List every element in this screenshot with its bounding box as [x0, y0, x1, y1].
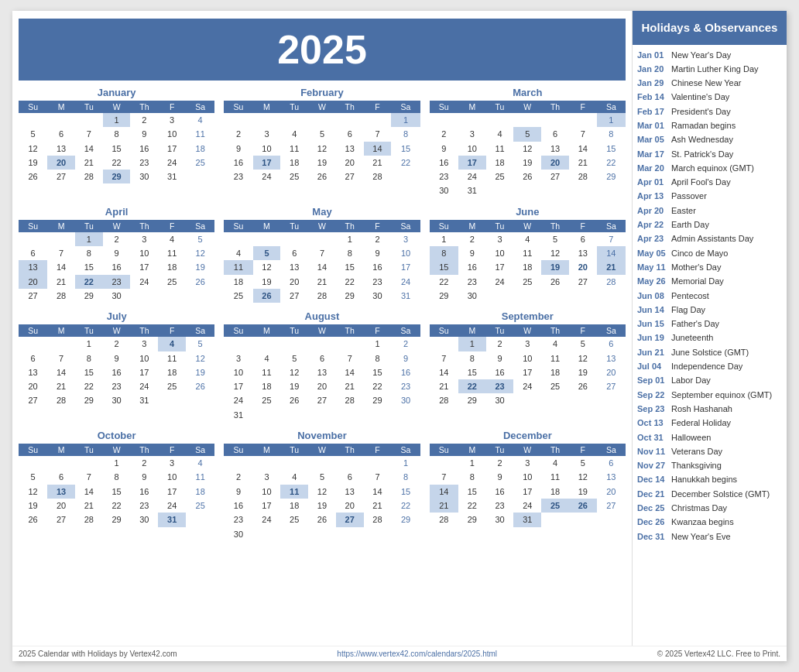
- calendar-day: 5: [19, 127, 47, 141]
- day-header: M: [253, 101, 281, 113]
- holiday-date: Apr 01: [637, 177, 668, 187]
- holiday-date: Jun 15: [637, 318, 668, 329]
- day-header: M: [458, 324, 486, 337]
- calendar-day: 11: [253, 365, 281, 379]
- calendar-day: 3: [391, 232, 420, 246]
- calendar-day: 8: [336, 246, 364, 260]
- footer-center[interactable]: https://www.vertex42.com/calendars/2025.…: [337, 650, 497, 658]
- holiday-name: Kwanzaa begins: [671, 516, 734, 527]
- calendar-day: 6: [569, 232, 597, 246]
- calendar-day: 15: [75, 365, 103, 379]
- calendar-day: 2: [130, 456, 158, 470]
- day-header: Su: [19, 101, 47, 113]
- holiday-item: Dec 21December Solstice (GMT): [637, 487, 782, 501]
- month-calendar: AprilSuMTuWThFSa123456789101112131415161…: [19, 206, 214, 303]
- holiday-date: Jun 14: [637, 304, 668, 315]
- calendar-day: 11: [186, 127, 214, 141]
- calendar-day: 28: [430, 393, 458, 407]
- holiday-date: Jan 20: [637, 63, 668, 74]
- calendar-day: 23: [103, 275, 131, 289]
- calendar-day: 27: [541, 170, 569, 183]
- calendar-day: [597, 289, 626, 303]
- calendar-day: 18: [158, 260, 186, 274]
- calendar-day: 18: [280, 156, 308, 170]
- day-header: Su: [430, 324, 458, 337]
- calendar-day: 29: [103, 170, 131, 183]
- calendar-day: [280, 456, 308, 470]
- calendar-day: [186, 393, 214, 407]
- calendar-day: 2: [430, 127, 458, 141]
- calendar-day: 22: [364, 379, 392, 393]
- calendar-day: 24: [513, 379, 541, 393]
- calendar-day: [47, 456, 75, 470]
- day-header: F: [158, 444, 186, 456]
- calendar-day: 14: [430, 485, 458, 499]
- day-header: F: [364, 324, 392, 337]
- day-header: Tu: [280, 444, 308, 456]
- calendar-day: 18: [158, 365, 186, 379]
- calendar-day: [430, 113, 458, 127]
- calendar-day: [224, 456, 252, 470]
- calendar-day: 29: [103, 513, 131, 526]
- holidays-list: Jan 01New Year's DayJan 20Martin Luther …: [633, 45, 787, 547]
- calendar-day: 14: [336, 365, 364, 379]
- calendar-day: 26: [280, 393, 308, 407]
- calendar-day: 4: [158, 232, 186, 246]
- day-header: Tu: [486, 220, 514, 232]
- holiday-item: Jan 01New Year's Day: [637, 48, 782, 62]
- calendar-day: 16: [224, 499, 252, 513]
- calendar-day: 24: [486, 275, 514, 289]
- calendar-day: [513, 393, 541, 407]
- calendar-day: [513, 289, 541, 303]
- calendar-day: 14: [364, 142, 392, 156]
- day-header: Su: [19, 324, 47, 337]
- day-header: M: [47, 444, 75, 456]
- holiday-date: May 05: [637, 248, 668, 259]
- calendar-day: 10: [513, 351, 541, 365]
- day-header: Th: [130, 444, 158, 456]
- month-calendar: JanuarySuMTuWThFSa1234567891011121314151…: [19, 87, 214, 198]
- holiday-item: Nov 11Veterans Day: [637, 444, 782, 458]
- month-title: July: [19, 310, 214, 322]
- calendar-day: 7: [430, 351, 458, 365]
- holiday-date: Sep 01: [637, 375, 668, 386]
- calendar-day: 4: [224, 246, 252, 260]
- calendar-day: 5: [541, 232, 569, 246]
- day-header: Th: [130, 324, 158, 337]
- calendar-day: [75, 456, 103, 470]
- calendar-day: [541, 113, 569, 127]
- holiday-date: Jul 04: [637, 361, 668, 372]
- calendar-day: 11: [486, 142, 514, 156]
- holiday-name: Thanksgiving: [671, 460, 722, 471]
- holiday-name: New Year's Day: [671, 50, 731, 60]
- calendar-day: 3: [513, 337, 541, 351]
- calendar-day: [253, 113, 281, 127]
- calendar-day: [280, 527, 308, 541]
- day-header: M: [47, 101, 75, 113]
- calendar-day: 1: [597, 113, 626, 127]
- calendar-day: [19, 113, 47, 127]
- calendar-day: [19, 232, 47, 246]
- calendar-day: 15: [103, 485, 131, 499]
- day-header: Th: [336, 444, 364, 456]
- calendar-day: 11: [513, 246, 541, 260]
- calendar-day: 17: [458, 156, 486, 170]
- calendar-day: 15: [391, 485, 420, 499]
- month-title: January: [19, 87, 214, 98]
- calendar-day: 24: [253, 170, 281, 183]
- calendar-day: [391, 527, 420, 541]
- holiday-date: Sep 23: [637, 403, 668, 414]
- day-header: M: [253, 324, 281, 337]
- calendar-day: 21: [430, 499, 458, 513]
- calendar-day: [224, 113, 252, 127]
- holiday-name: Christmas Day: [671, 502, 727, 513]
- calendar-day: 3: [158, 456, 186, 470]
- calendar-day: 24: [130, 275, 158, 289]
- month-title: November: [224, 430, 420, 441]
- calendar-day: 13: [597, 470, 626, 484]
- calendar-day: 20: [336, 499, 364, 513]
- sidebar-header: Holidays & Observances: [633, 11, 787, 45]
- calendar-day: 14: [308, 260, 336, 274]
- month-calendar: JuneSuMTuWThFSa1234567891011121314151617…: [430, 206, 626, 303]
- day-header: W: [308, 324, 336, 337]
